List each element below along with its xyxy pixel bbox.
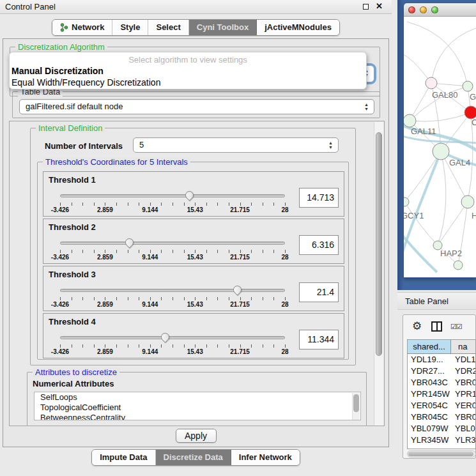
interval-definition-group: Interval Definition Number of Intervals …	[30, 128, 356, 365]
table-row[interactable]: YBR045CYBR0	[408, 411, 475, 423]
cell[interactable]: YBL079W	[408, 423, 451, 434]
cell[interactable]: YER0	[451, 400, 475, 411]
close-traffic-light-icon[interactable]	[408, 6, 415, 13]
table-row[interactable]: YLR345WYLR3	[408, 434, 475, 446]
network-window-titlebar[interactable]	[404, 3, 476, 17]
network-node[interactable]	[454, 261, 463, 270]
table-toolbar: ⚙ ☑☑	[403, 315, 475, 338]
list-item[interactable]: TopologicalCoefficient	[35, 403, 360, 413]
close-icon[interactable]: ✕	[376, 1, 383, 11]
table-row[interactable]: YER054CYER0	[408, 400, 475, 411]
slider-thumb[interactable]	[160, 331, 171, 342]
threshold-2-slider[interactable]	[60, 238, 285, 249]
dropdown-hint: Select algorithm to view settings	[10, 52, 366, 65]
slider-thumb[interactable]	[231, 284, 243, 295]
scrollbar-thumb[interactable]	[376, 132, 382, 356]
tick-label: 15.43	[187, 301, 203, 308]
cell[interactable]: YBR045C	[408, 411, 451, 423]
table-row[interactable]: YPR145WYPR1	[408, 388, 475, 400]
cell[interactable]: YBR0	[451, 411, 475, 423]
threshold-1-slider[interactable]	[60, 191, 285, 201]
table-row[interactable]: YIL052CYIL0	[408, 446, 475, 449]
table-data-group: Table Data galFiltered.sif default node …	[12, 91, 380, 118]
number-of-intervals-combobox[interactable]: 5 ▲▼	[133, 137, 339, 153]
scrollbar-thumb[interactable]	[408, 452, 473, 456]
table-row[interactable]: YBL079WYBL0	[408, 423, 475, 434]
tab-select[interactable]: Select	[148, 20, 188, 35]
cell[interactable]: YLR345W	[408, 434, 451, 446]
network-node[interactable]	[461, 196, 474, 208]
threshold-4-slider[interactable]	[60, 333, 285, 343]
threshold-3-value-field[interactable]: 21.4	[299, 282, 339, 302]
numerical-attributes-list[interactable]: SelfLoops TopologicalCoefficient Between…	[34, 392, 361, 420]
gear-icon[interactable]: ⚙	[412, 319, 422, 333]
cell[interactable]: YBL0	[451, 423, 475, 434]
network-node[interactable]	[404, 114, 416, 127]
cell[interactable]: YIL0	[451, 446, 475, 449]
tab-infer-network[interactable]: Infer Network	[231, 450, 300, 465]
slider-thumb[interactable]	[183, 189, 195, 201]
list-scrollbar[interactable]	[352, 393, 360, 420]
slider-track[interactable]	[60, 289, 285, 292]
slider-track[interactable]	[60, 242, 285, 245]
tick-label: 9.144	[142, 206, 158, 213]
cell[interactable]: YPR1	[451, 388, 475, 400]
cell[interactable]: YDR27...	[408, 365, 451, 377]
cell[interactable]: YBR0	[451, 377, 475, 388]
threshold-1-value-field[interactable]: 14.713	[299, 188, 339, 208]
slider-track[interactable]	[60, 194, 285, 197]
combo-stepper-icon: ▲▼	[364, 102, 369, 111]
select-columns-icon[interactable]: ☑☑	[450, 323, 462, 331]
network-node[interactable]	[426, 77, 437, 89]
slider-thumb[interactable]	[123, 236, 135, 248]
dropdown-option-equal-width[interactable]: Equal Width/Frequency Discretization	[10, 76, 366, 88]
table-horizontal-scrollbar[interactable]	[407, 450, 476, 457]
cell[interactable]: YDL19...	[408, 354, 451, 365]
list-item[interactable]: BetweennessCentrality	[35, 413, 360, 420]
tab-jactivemnodules[interactable]: jActiveMNodules	[257, 20, 339, 35]
slider-scale: -3.426 2.859 9.144 15.43 21.715 28	[60, 254, 285, 261]
cell[interactable]: YDL1	[451, 354, 475, 365]
column-header-name[interactable]: na	[451, 340, 475, 353]
network-node[interactable]	[463, 81, 473, 91]
apply-button[interactable]: Apply	[176, 429, 217, 443]
dropdown-option-manual[interactable]: Manual Discretization	[10, 65, 366, 76]
zoom-traffic-light-icon[interactable]	[431, 6, 438, 13]
network-node[interactable]	[433, 143, 449, 160]
cell[interactable]: YPR145W	[408, 388, 451, 400]
split-columns-icon[interactable]	[431, 321, 442, 332]
column-header-shared-name[interactable]: shared...	[408, 340, 451, 353]
tick-label: 28	[281, 301, 288, 308]
table-row[interactable]: YDR27...YDR2	[408, 365, 475, 377]
tab-network[interactable]: Network	[52, 20, 112, 35]
tab-style[interactable]: Style	[112, 20, 148, 35]
tab-cyni-toolbox[interactable]: Cyni Toolbox	[189, 20, 257, 35]
network-node[interactable]	[464, 106, 476, 119]
network-canvas[interactable]: GAL80GACGAL11GAL4GCY1HHAP2	[404, 17, 476, 277]
cell[interactable]: YIL052C	[408, 446, 451, 449]
threshold-4-value-field[interactable]: 11.344	[299, 330, 339, 349]
threshold-3-slider[interactable]	[60, 286, 285, 296]
cell[interactable]: YBR043C	[408, 377, 451, 388]
cell[interactable]: YER054C	[408, 400, 451, 411]
minimize-traffic-light-icon[interactable]	[420, 6, 427, 13]
cell[interactable]: YLR3	[451, 434, 475, 446]
table-data-combobox[interactable]: galFiltered.sif default node ▲▼	[19, 99, 374, 114]
thresholds-group: Threshold's Coordinates for 5 Intervals …	[37, 162, 349, 360]
table-row[interactable]: YDL19...YDL1	[408, 354, 475, 365]
network-node[interactable]	[404, 197, 409, 206]
tab-discretize-data[interactable]: Discretize Data	[156, 450, 231, 465]
settings-scrollbar[interactable]	[374, 122, 383, 426]
list-item[interactable]: SelfLoops	[35, 392, 360, 403]
slider-track[interactable]	[60, 336, 285, 339]
tick-label: 15.43	[187, 254, 203, 261]
cell[interactable]: YDR2	[451, 365, 475, 377]
table-row[interactable]: YBR043CYBR0	[408, 377, 475, 388]
scrollbar-thumb[interactable]	[353, 394, 359, 412]
tab-impute-data[interactable]: Impute Data	[92, 450, 155, 465]
threshold-2-value-field[interactable]: 6.316	[299, 235, 339, 255]
node-table[interactable]: shared... na YDL19...YDL1 YDR27...YDR2 Y…	[407, 339, 476, 449]
float-window-icon[interactable]	[363, 4, 369, 10]
threshold-3-panel: Threshold 3 -3.426 2.859 9.144 15.43 21.…	[43, 266, 344, 311]
slider-ticks	[60, 250, 286, 253]
